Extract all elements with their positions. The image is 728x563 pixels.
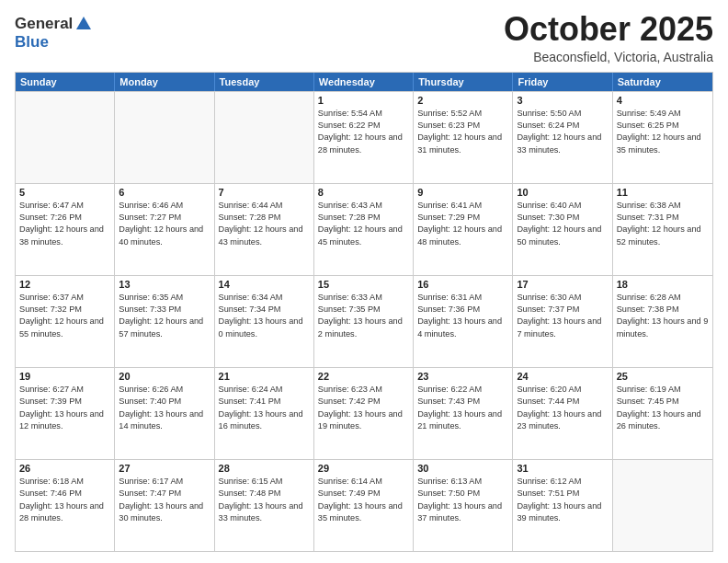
sunset-label: Sunset: 7:42 PM <box>318 396 381 406</box>
logo-blue: Blue <box>15 33 93 52</box>
daylight-label: Daylight: 12 hours and 57 minutes. <box>119 316 203 338</box>
location-title: Beaconsfield, Victoria, Australia <box>504 50 713 64</box>
sunrise-label: Sunrise: 6:33 AM <box>318 293 382 302</box>
sunset-label: Sunset: 7:28 PM <box>318 213 381 222</box>
calendar-cell: 16Sunrise: 6:31 AMSunset: 7:36 PMDayligh… <box>414 276 513 367</box>
sunrise-label: Sunrise: 6:14 AM <box>318 477 382 486</box>
calendar-cell <box>613 460 712 551</box>
day-info: Sunrise: 6:23 AMSunset: 7:42 PMDaylight:… <box>318 384 409 432</box>
day-info: Sunrise: 6:27 AMSunset: 7:39 PMDaylight:… <box>19 384 110 432</box>
calendar-cell: 2Sunrise: 5:52 AMSunset: 6:23 PMDaylight… <box>414 92 513 183</box>
calendar-cell: 7Sunrise: 6:44 AMSunset: 7:28 PMDaylight… <box>215 184 314 275</box>
svg-marker-0 <box>76 17 91 29</box>
day-number: 25 <box>617 371 709 382</box>
sunrise-label: Sunrise: 6:35 AM <box>119 293 183 302</box>
sunrise-label: Sunrise: 5:52 AM <box>417 109 482 118</box>
calendar-cell: 20Sunrise: 6:26 AMSunset: 7:40 PMDayligh… <box>115 368 214 459</box>
day-number: 4 <box>617 95 709 106</box>
daylight-label: Daylight: 13 hours and 9 minutes. <box>617 316 709 338</box>
sunset-label: Sunset: 7:47 PM <box>119 488 181 498</box>
sunset-label: Sunset: 7:33 PM <box>119 304 181 314</box>
day-number: 26 <box>19 463 110 474</box>
month-title: October 2025 <box>504 11 713 48</box>
sunrise-label: Sunrise: 6:22 AM <box>417 385 482 394</box>
day-number: 31 <box>517 463 608 474</box>
calendar-cell <box>215 92 314 183</box>
calendar: SundayMondayTuesdayWednesdayThursdayFrid… <box>15 72 713 552</box>
day-number: 8 <box>318 187 409 198</box>
day-info: Sunrise: 6:43 AMSunset: 7:28 PMDaylight:… <box>318 200 409 248</box>
calendar-cell: 24Sunrise: 6:20 AMSunset: 7:44 PMDayligh… <box>513 368 612 459</box>
header-day-friday: Friday <box>513 73 612 91</box>
day-info: Sunrise: 6:22 AMSunset: 7:43 PMDaylight:… <box>417 384 508 432</box>
day-number: 20 <box>119 371 210 382</box>
daylight-label: Daylight: 13 hours and 28 minutes. <box>19 501 104 523</box>
day-info: Sunrise: 6:44 AMSunset: 7:28 PMDaylight:… <box>219 200 310 248</box>
sunset-label: Sunset: 7:34 PM <box>219 304 281 314</box>
sunrise-label: Sunrise: 6:47 AM <box>19 201 84 210</box>
daylight-label: Daylight: 13 hours and 16 minutes. <box>219 409 303 431</box>
sunrise-label: Sunrise: 6:40 AM <box>517 201 581 210</box>
day-number: 23 <box>417 371 508 382</box>
sunset-label: Sunset: 7:50 PM <box>417 488 480 498</box>
daylight-label: Daylight: 13 hours and 4 minutes. <box>417 316 502 338</box>
daylight-label: Daylight: 13 hours and 35 minutes. <box>318 501 403 523</box>
day-number: 5 <box>19 187 110 198</box>
calendar-cell: 13Sunrise: 6:35 AMSunset: 7:33 PMDayligh… <box>115 276 214 367</box>
daylight-label: Daylight: 13 hours and 23 minutes. <box>517 409 601 431</box>
day-number: 2 <box>417 95 508 106</box>
calendar-body: 1Sunrise: 5:54 AMSunset: 6:22 PMDaylight… <box>16 91 712 551</box>
day-number: 3 <box>517 95 608 106</box>
calendar-week-3: 12Sunrise: 6:37 AMSunset: 7:32 PMDayligh… <box>16 275 712 367</box>
sunset-label: Sunset: 7:32 PM <box>19 304 82 314</box>
sunrise-label: Sunrise: 6:34 AM <box>219 293 283 302</box>
sunrise-label: Sunrise: 5:54 AM <box>318 109 382 118</box>
calendar-week-4: 19Sunrise: 6:27 AMSunset: 7:39 PMDayligh… <box>16 367 712 459</box>
calendar-cell: 11Sunrise: 6:38 AMSunset: 7:31 PMDayligh… <box>613 184 712 275</box>
calendar-week-1: 1Sunrise: 5:54 AMSunset: 6:22 PMDaylight… <box>16 91 712 183</box>
sunrise-label: Sunrise: 6:23 AM <box>318 385 382 394</box>
day-info: Sunrise: 6:15 AMSunset: 7:48 PMDaylight:… <box>219 476 310 524</box>
page: General Blue October 2025 Beaconsfield, … <box>0 0 728 563</box>
calendar-cell: 30Sunrise: 6:13 AMSunset: 7:50 PMDayligh… <box>414 460 513 551</box>
day-info: Sunrise: 6:41 AMSunset: 7:29 PMDaylight:… <box>417 200 508 248</box>
sunrise-label: Sunrise: 6:41 AM <box>417 201 482 210</box>
calendar-cell: 6Sunrise: 6:46 AMSunset: 7:27 PMDaylight… <box>115 184 214 275</box>
calendar-cell: 23Sunrise: 6:22 AMSunset: 7:43 PMDayligh… <box>414 368 513 459</box>
calendar-cell: 1Sunrise: 5:54 AMSunset: 6:22 PMDaylight… <box>314 92 414 183</box>
calendar-cell: 21Sunrise: 6:24 AMSunset: 7:41 PMDayligh… <box>215 368 314 459</box>
calendar-week-5: 26Sunrise: 6:18 AMSunset: 7:46 PMDayligh… <box>16 459 712 551</box>
day-number: 16 <box>417 279 508 290</box>
header-day-tuesday: Tuesday <box>215 73 314 91</box>
daylight-label: Daylight: 13 hours and 21 minutes. <box>417 409 502 431</box>
sunrise-label: Sunrise: 6:18 AM <box>19 477 84 486</box>
calendar-cell: 3Sunrise: 5:50 AMSunset: 6:24 PMDaylight… <box>513 92 612 183</box>
sunrise-label: Sunrise: 6:46 AM <box>119 201 183 210</box>
day-info: Sunrise: 6:35 AMSunset: 7:33 PMDaylight:… <box>119 292 210 340</box>
sunrise-label: Sunrise: 6:31 AM <box>417 293 482 302</box>
day-info: Sunrise: 6:34 AMSunset: 7:34 PMDaylight:… <box>219 292 310 340</box>
day-number: 27 <box>119 463 210 474</box>
daylight-label: Daylight: 13 hours and 19 minutes. <box>318 409 403 431</box>
calendar-cell: 25Sunrise: 6:19 AMSunset: 7:45 PMDayligh… <box>613 368 712 459</box>
calendar-cell: 9Sunrise: 6:41 AMSunset: 7:29 PMDaylight… <box>414 184 513 275</box>
sunset-label: Sunset: 7:37 PM <box>517 304 579 314</box>
day-number: 28 <box>219 463 310 474</box>
header-day-monday: Monday <box>115 73 214 91</box>
daylight-label: Daylight: 13 hours and 26 minutes. <box>617 409 701 431</box>
sunset-label: Sunset: 7:26 PM <box>19 213 82 222</box>
daylight-label: Daylight: 12 hours and 45 minutes. <box>318 224 403 246</box>
day-info: Sunrise: 6:19 AMSunset: 7:45 PMDaylight:… <box>617 384 709 432</box>
day-number: 29 <box>318 463 409 474</box>
calendar-cell: 29Sunrise: 6:14 AMSunset: 7:49 PMDayligh… <box>314 460 414 551</box>
day-number: 30 <box>417 463 508 474</box>
calendar-cell: 17Sunrise: 6:30 AMSunset: 7:37 PMDayligh… <box>513 276 612 367</box>
sunset-label: Sunset: 7:36 PM <box>417 304 480 314</box>
day-number: 19 <box>19 371 110 382</box>
day-info: Sunrise: 6:24 AMSunset: 7:41 PMDaylight:… <box>219 384 310 432</box>
day-number: 1 <box>318 95 409 106</box>
day-number: 24 <box>517 371 608 382</box>
calendar-cell: 31Sunrise: 6:12 AMSunset: 7:51 PMDayligh… <box>513 460 612 551</box>
day-info: Sunrise: 6:18 AMSunset: 7:46 PMDaylight:… <box>19 476 110 524</box>
sunset-label: Sunset: 6:24 PM <box>517 121 579 130</box>
